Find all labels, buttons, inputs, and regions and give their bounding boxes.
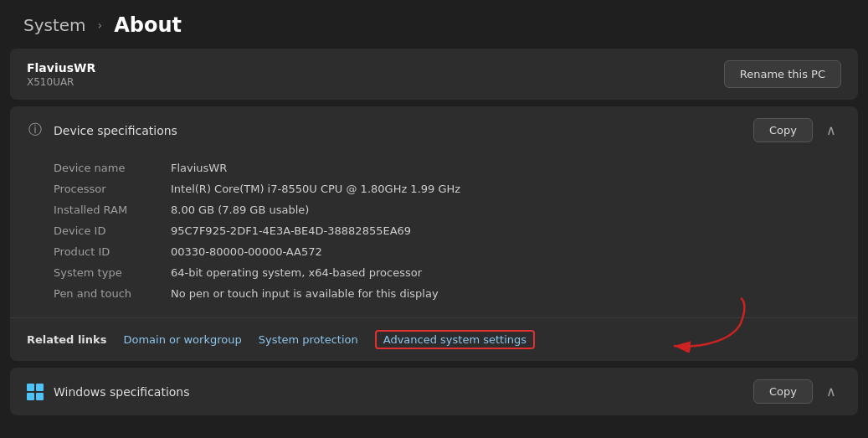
spec-row: Processor Intel(R) Core(TM) i7-8550U CPU… bbox=[54, 178, 841, 199]
spec-label: System type bbox=[54, 266, 171, 279]
win-logo-sq-1 bbox=[27, 384, 34, 391]
page-header: System › About bbox=[0, 0, 868, 49]
system-breadcrumb[interactable]: System bbox=[23, 15, 86, 35]
spec-row: System type 64-bit operating system, x64… bbox=[54, 262, 841, 283]
win-logo-sq-3 bbox=[27, 393, 34, 400]
related-link-system-protection[interactable]: System protection bbox=[259, 333, 358, 346]
spec-value: 64-bit operating system, x64-based proce… bbox=[171, 266, 422, 279]
win-logo-sq-4 bbox=[36, 393, 44, 400]
device-specs-collapse-button[interactable]: ∧ bbox=[821, 121, 841, 140]
spec-value: 8.00 GB (7.89 GB usable) bbox=[171, 204, 309, 216]
related-links-label: Related links bbox=[27, 333, 106, 346]
spec-row: Device ID 95C7F925-2DF1-4E3A-BE4D-388828… bbox=[54, 220, 841, 241]
windows-specs-header-left: Windows specifications bbox=[27, 384, 190, 400]
device-specs-card: ⓘ Device specifications Copy ∧ Device na… bbox=[10, 106, 858, 361]
page-title: About bbox=[114, 13, 182, 37]
windows-specs-collapse-button[interactable]: ∧ bbox=[821, 382, 841, 401]
device-specs-header[interactable]: ⓘ Device specifications Copy ∧ bbox=[10, 106, 858, 154]
spec-row: Pen and touch No pen or touch input is a… bbox=[54, 283, 841, 304]
spec-label: Processor bbox=[54, 183, 171, 195]
windows-logo-icon bbox=[27, 384, 44, 400]
info-icon: ⓘ bbox=[27, 121, 44, 139]
spec-label: Pen and touch bbox=[54, 287, 171, 300]
windows-specs-copy-button[interactable]: Copy bbox=[753, 379, 813, 404]
spec-label: Device name bbox=[54, 162, 171, 174]
spec-row: Installed RAM 8.00 GB (7.89 GB usable) bbox=[54, 199, 841, 220]
spec-label: Product ID bbox=[54, 245, 171, 258]
spec-value: No pen or touch input is available for t… bbox=[171, 287, 439, 300]
windows-specs-title: Windows specifications bbox=[54, 385, 190, 399]
rename-pc-button[interactable]: Rename this PC bbox=[724, 60, 841, 88]
spec-value: FlaviusWR bbox=[171, 162, 227, 174]
spec-value: 00330-80000-00000-AA572 bbox=[171, 245, 322, 258]
section-header-right: Copy ∧ bbox=[753, 118, 841, 142]
breadcrumb-chevron: › bbox=[98, 18, 103, 32]
spec-value: 95C7F925-2DF1-4E3A-BE4D-38882855EA69 bbox=[171, 224, 411, 237]
spec-row: Product ID 00330-80000-00000-AA572 bbox=[54, 241, 841, 262]
spec-label: Installed RAM bbox=[54, 204, 171, 216]
windows-specs-header[interactable]: Windows specifications Copy ∧ bbox=[10, 368, 858, 415]
spec-value: Intel(R) Core(TM) i7-8550U CPU @ 1.80GHz… bbox=[171, 183, 460, 195]
spec-row: Device name FlaviusWR bbox=[54, 157, 841, 178]
windows-specs-card: Windows specifications Copy ∧ bbox=[10, 368, 858, 415]
pc-info-bar: FlaviusWR X510UAR Rename this PC bbox=[10, 49, 858, 100]
related-links-bar: Related links Domain or workgroupSystem … bbox=[10, 317, 858, 361]
related-link-domain-or-workgroup[interactable]: Domain or workgroup bbox=[123, 333, 241, 346]
pc-name-group: FlaviusWR X510UAR bbox=[27, 61, 95, 88]
pc-name: FlaviusWR bbox=[27, 61, 95, 75]
device-specs-copy-button[interactable]: Copy bbox=[753, 118, 813, 142]
pc-model: X510UAR bbox=[27, 76, 95, 88]
device-specs-table: Device name FlaviusWR Processor Intel(R)… bbox=[10, 154, 858, 317]
related-link-advanced-system-settings[interactable]: Advanced system settings bbox=[375, 330, 535, 349]
spec-label: Device ID bbox=[54, 224, 171, 237]
windows-specs-header-right: Copy ∧ bbox=[753, 379, 841, 404]
device-specs-title: Device specifications bbox=[54, 124, 177, 137]
section-header-left: ⓘ Device specifications bbox=[27, 121, 177, 139]
win-logo-sq-2 bbox=[36, 384, 44, 391]
